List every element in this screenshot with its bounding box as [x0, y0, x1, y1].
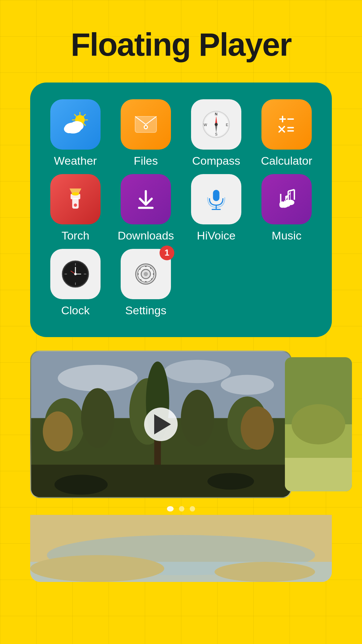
- svg-point-69: [81, 388, 114, 448]
- svg-point-10: [64, 124, 75, 133]
- app-drawer: Weather Files: [30, 83, 332, 337]
- settings-icon: [131, 259, 161, 289]
- svg-point-88: [215, 562, 315, 582]
- play-button[interactable]: [144, 408, 178, 441]
- app-item-settings[interactable]: 1: [114, 249, 178, 317]
- app-item-hivoice[interactable]: HiVoice: [184, 174, 248, 242]
- app-item-weather[interactable]: Weather: [44, 99, 107, 167]
- svg-point-64: [58, 365, 137, 391]
- svg-point-34: [74, 203, 77, 207]
- video-player[interactable]: [30, 351, 292, 498]
- svg-rect-37: [213, 190, 219, 201]
- svg-point-71: [181, 390, 214, 446]
- torch-icon-wrapper: [50, 174, 101, 224]
- page-title: Floating Player: [71, 27, 291, 62]
- files-label: Files: [134, 154, 158, 167]
- svg-point-65: [164, 360, 231, 383]
- svg-text:N: N: [215, 112, 218, 116]
- music-icon-wrapper: [261, 174, 312, 224]
- hivoice-icon: [203, 186, 230, 213]
- svg-line-5: [74, 114, 76, 116]
- svg-point-87: [30, 555, 164, 582]
- clock-label: Clock: [61, 304, 89, 317]
- torch-icon: [62, 186, 89, 213]
- music-icon: [273, 186, 300, 213]
- dot-2: [190, 506, 195, 512]
- weather-icon-wrapper: [50, 99, 101, 150]
- app-item-downloads[interactable]: Downloads: [114, 174, 178, 242]
- compass-label: Compass: [192, 154, 240, 167]
- calculator-label: Calculator: [261, 154, 312, 167]
- svg-line-6: [83, 123, 85, 125]
- hivoice-label: HiVoice: [197, 229, 235, 242]
- bottom-scene: [30, 515, 332, 582]
- svg-line-7: [83, 114, 85, 116]
- app-item-clock[interactable]: Clock: [44, 249, 107, 317]
- svg-point-82: [292, 404, 345, 444]
- downloads-label: Downloads: [118, 229, 174, 242]
- play-triangle-icon: [154, 414, 171, 434]
- app-item-compass[interactable]: N S E W Compass: [184, 99, 248, 167]
- files-icon: [132, 111, 159, 138]
- settings-label: Settings: [125, 304, 167, 317]
- settings-badge: 1: [160, 246, 174, 260]
- svg-line-43: [288, 190, 294, 191]
- downloads-icon: [132, 186, 159, 213]
- svg-point-79: [207, 473, 254, 490]
- clock-icon: [60, 259, 90, 289]
- app-row-1: Weather Files: [44, 99, 318, 167]
- dot-0: [167, 506, 174, 512]
- svg-point-14: [145, 126, 147, 128]
- app-item-files[interactable]: Files: [114, 99, 178, 167]
- svg-text:W: W: [204, 122, 207, 126]
- files-icon-wrapper: [121, 99, 171, 150]
- svg-point-62: [144, 272, 148, 276]
- weather-icon: [60, 109, 90, 140]
- clock-icon-wrapper: [50, 249, 101, 299]
- calculator-icon-wrapper: [261, 99, 312, 150]
- svg-point-23: [215, 123, 218, 126]
- calculator-icon: [273, 111, 300, 138]
- page-content: Floating Player: [0, 0, 362, 582]
- video-player-container: [30, 351, 332, 512]
- compass-icon-wrapper: N S E W: [191, 99, 241, 150]
- app-item-music[interactable]: Music: [255, 174, 318, 242]
- svg-point-33: [72, 192, 79, 196]
- bottom-area: [30, 515, 332, 582]
- app-item-torch[interactable]: Torch: [44, 174, 107, 242]
- compass-icon: N S E W: [201, 109, 231, 140]
- hivoice-icon-wrapper: [191, 174, 241, 224]
- second-video-thumbnail: [285, 357, 352, 491]
- app-row-2: Torch Downloads: [44, 174, 318, 242]
- app-item-calculator[interactable]: Calculator: [255, 99, 318, 167]
- app-row-3: Clock 1: [44, 249, 318, 317]
- video-thumb-second: [285, 357, 352, 491]
- svg-point-78: [54, 475, 108, 495]
- downloads-icon-wrapper: [121, 174, 171, 224]
- weather-label: Weather: [54, 154, 97, 167]
- svg-point-55: [74, 273, 76, 275]
- torch-label: Torch: [61, 229, 89, 242]
- dot-indicator: [30, 506, 332, 512]
- svg-rect-31: [72, 198, 78, 209]
- settings-icon-wrapper: 1: [121, 249, 171, 299]
- dot-1: [179, 506, 184, 512]
- svg-point-75: [43, 411, 73, 451]
- svg-point-76: [241, 406, 274, 449]
- svg-point-66: [221, 375, 274, 395]
- svg-text:E: E: [226, 122, 228, 126]
- svg-rect-83: [285, 458, 352, 491]
- music-label: Music: [272, 229, 302, 242]
